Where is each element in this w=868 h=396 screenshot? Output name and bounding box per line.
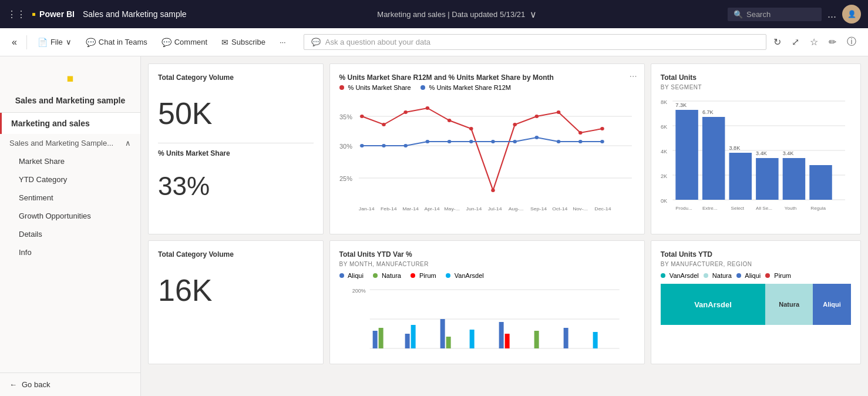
svg-point-26	[534, 115, 539, 118]
svg-text:25%: 25%	[339, 176, 352, 182]
sidebar-logo: ▪	[0, 56, 140, 96]
svg-text:All Se...: All Se...	[756, 206, 772, 211]
total-category-volume-value: 50K	[158, 84, 314, 143]
sidebar-item-sentiment[interactable]: Sentiment	[0, 189, 140, 207]
svg-text:Mar-14: Mar-14	[402, 206, 419, 212]
brand-name: Power BI	[39, 9, 75, 19]
sidebar-item-ytd-category[interactable]: YTD Category	[0, 170, 140, 189]
search-box[interactable]: 🔍 Search	[728, 8, 822, 21]
svg-point-37	[513, 140, 517, 143]
svg-rect-76	[411, 325, 415, 348]
sidebar-item-details[interactable]: Details	[0, 225, 140, 243]
tlegend-pirum: Pirum	[765, 272, 791, 279]
svg-rect-82	[534, 331, 539, 348]
tdot-aliqui	[736, 273, 741, 278]
tdot-natura	[704, 273, 708, 278]
apps-icon[interactable]: ⋮⋮	[7, 9, 26, 20]
svg-point-29	[600, 127, 604, 130]
svg-point-23	[469, 127, 473, 130]
qa-search-bar[interactable]: 💬 Ask a question about your data	[304, 34, 766, 50]
chat-label: Chat in Teams	[99, 38, 147, 46]
dot-natura	[373, 273, 378, 278]
svg-rect-62	[809, 165, 832, 200]
svg-point-24	[491, 189, 495, 192]
file-button[interactable]: 📄 File ∨	[32, 35, 78, 50]
toolbar-right-actions: ↻ ⤢ ☆ ✏ ⓘ	[769, 33, 861, 51]
top-navigation: ⋮⋮ ▪ Power BI Sales and Marketing sample…	[0, 0, 868, 28]
sidebar: ▪ Sales and Marketing sample Marketing a…	[0, 56, 141, 396]
card-more-icon[interactable]: ···	[629, 71, 637, 82]
svg-point-20	[403, 110, 408, 114]
svg-rect-84	[593, 332, 597, 348]
bookmark-button[interactable]: ☆	[805, 33, 823, 51]
sidebar-item-market-share[interactable]: Market Share	[0, 152, 140, 170]
edit-button[interactable]: ✏	[824, 33, 841, 51]
comment-button[interactable]: 💬 Comment	[156, 35, 213, 50]
card-title-total-category: Total Category Volume	[158, 73, 314, 82]
legend-label-blue: % Units Market Share R12M	[429, 84, 511, 91]
chevron-icon[interactable]: ∨	[530, 9, 537, 20]
svg-point-33	[425, 140, 429, 143]
legend-vanarsdel: VanArsdel	[446, 272, 484, 279]
svg-rect-73	[372, 331, 377, 348]
sidebar-item-growth-opportunities[interactable]: Growth Opportunities	[0, 207, 140, 225]
svg-text:30%: 30%	[339, 143, 352, 149]
refresh-button[interactable]: ↻	[769, 33, 786, 51]
svg-point-34	[447, 140, 451, 143]
subscribe-button[interactable]: ✉ Subscribe	[216, 35, 271, 50]
svg-text:Jul-14: Jul-14	[487, 206, 502, 212]
svg-rect-81	[504, 334, 509, 348]
tdot-pirum	[765, 273, 770, 278]
tlabel-aliqui: Aliqui	[745, 272, 761, 279]
svg-point-41	[600, 140, 604, 143]
go-back-label: Go back	[22, 380, 50, 389]
comment-label: Comment	[174, 38, 207, 46]
back-button[interactable]: «	[7, 35, 22, 50]
line-chart-legend: % Units Market Share % Units Market Shar…	[339, 84, 635, 91]
svg-text:Sep-14: Sep-14	[530, 206, 547, 212]
line-chart: 35% 30% 25% Jan-14 Feb-14 Mar-14 Apr-14 …	[339, 96, 635, 213]
total-units-title: Total Units	[661, 73, 851, 82]
more-toolbar-icon: ···	[280, 38, 286, 46]
svg-text:7.3K: 7.3K	[675, 102, 687, 108]
svg-point-31	[382, 144, 386, 147]
go-back-arrow: ←	[9, 380, 17, 389]
treemap-legend: VanArsdel Natura Aliqui Pirum	[661, 272, 851, 279]
tdot-vanarsdel	[661, 273, 665, 278]
legend-aliqui: Aliqui	[339, 272, 364, 279]
svg-text:2K: 2K	[661, 173, 667, 179]
qa-placeholder: Ask a question about your data	[325, 38, 430, 46]
report-name: Sales and Marketing sample	[83, 9, 187, 19]
svg-text:Feb-14: Feb-14	[381, 206, 397, 212]
svg-point-27	[556, 110, 560, 114]
svg-text:Dec-14: Dec-14	[594, 206, 611, 212]
legend-red: % Units Market Share	[339, 84, 411, 91]
comment-icon: 💬	[162, 38, 171, 47]
svg-text:35%: 35%	[339, 114, 352, 120]
pct-units-market-share-value: 33%	[158, 160, 314, 213]
sidebar-section-header[interactable]: Sales and Marketing Sample... ∧	[0, 134, 140, 152]
file-label: File	[51, 38, 63, 46]
sidebar-item-marketing-sales[interactable]: Marketing and sales	[0, 113, 140, 134]
center-info: Marketing and sales | Data updated 5/13/…	[193, 9, 722, 20]
go-back-button[interactable]: ← Go back	[9, 380, 131, 389]
powerbi-logo: ▪	[32, 8, 36, 21]
card-ytd-treemap: Total Units YTD BY MANUFACTURER, REGION …	[651, 240, 861, 364]
svg-rect-75	[405, 334, 409, 348]
qa-icon: 💬	[311, 38, 321, 46]
svg-point-22	[447, 119, 451, 122]
svg-text:6.7K: 6.7K	[702, 109, 714, 115]
line-chart-title: % Units Market Share R12M and % Units Ma…	[339, 73, 635, 82]
svg-text:8K: 8K	[661, 99, 667, 105]
info-button[interactable]: ⓘ	[842, 33, 861, 51]
chat-teams-button[interactable]: 💬 Chat in Teams	[80, 35, 153, 50]
sidebar-item-info[interactable]: Info	[0, 243, 140, 261]
svg-point-21	[425, 106, 429, 110]
svg-text:Youth: Youth	[785, 206, 796, 211]
more-options-icon[interactable]: ...	[827, 8, 836, 21]
more-toolbar-button[interactable]: ···	[274, 35, 292, 49]
avatar[interactable]: 👤	[842, 5, 861, 24]
svg-text:Produ...: Produ...	[675, 206, 692, 211]
toolbar-separator	[26, 35, 27, 49]
expand-button[interactable]: ⤢	[787, 33, 804, 51]
